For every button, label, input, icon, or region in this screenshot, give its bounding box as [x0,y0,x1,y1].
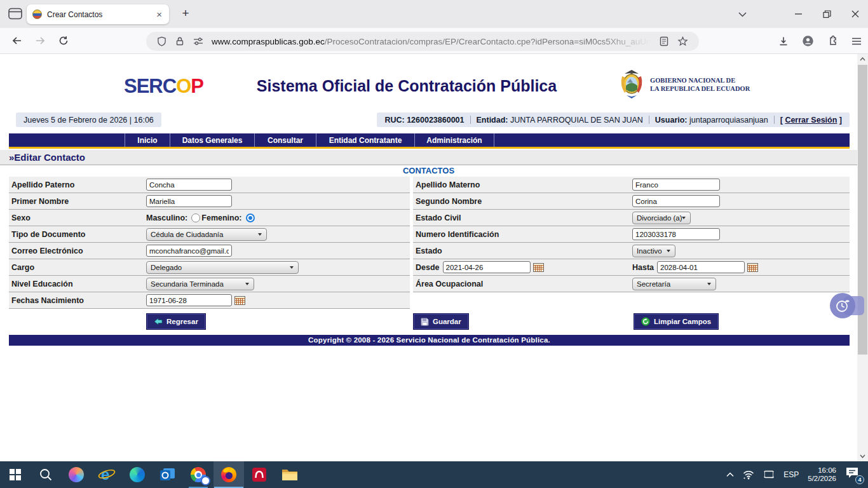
tab-close-icon[interactable]: × [155,9,163,20]
vertical-scrollbar[interactable] [857,54,868,461]
restore-button[interactable] [823,10,831,18]
cargo-select[interactable]: Delegado [146,261,299,274]
language-indicator[interactable]: ESP [783,470,799,479]
site-favicon [32,10,42,19]
hasta-calendar-icon[interactable] [747,263,758,272]
guardar-button[interactable]: Guardar [413,313,469,330]
svg-text:e: e [101,466,109,483]
nav-administracion[interactable]: Administración [414,133,494,147]
logout-link[interactable]: [ Cerrar Sesión ] [780,116,842,125]
shield-icon[interactable] [157,36,166,46]
internet-explorer-icon[interactable]: e [92,461,122,488]
correo-label: Correo Electrónico [9,247,146,255]
tipo-documento-label: Tipo de Documento [9,230,146,239]
back-arrow-icon [154,318,163,325]
forward-button[interactable] [35,36,46,46]
firefox-icon[interactable] [214,461,244,488]
desde-label: Desde [413,263,440,272]
desde-input[interactable] [443,261,531,273]
estado-civil-select[interactable]: Divorciado (a) [632,212,691,224]
nacimiento-calendar-icon[interactable] [234,296,245,305]
menu-hamburger-icon[interactable] [851,37,862,46]
scroll-down-arrow[interactable] [857,451,868,461]
hasta-input[interactable] [657,261,745,273]
copilot-icon[interactable] [61,461,92,488]
nav-datos-generales[interactable]: Datos Generales [170,133,254,147]
estado-select[interactable]: Inactivo [632,245,675,257]
apellido-paterno-label: Apellido Paterno [9,180,146,189]
search-button[interactable] [31,461,61,488]
tab-title: Crear Contactos [47,10,155,19]
usuario-label: Usuario: [655,116,688,125]
downloads-icon[interactable] [778,36,789,46]
sexo-label: Sexo [9,214,146,222]
tray-expand-chevron[interactable] [726,472,734,477]
main-navigation: Inicio Datos Generales Consultar Entidad… [9,133,850,147]
numero-identificacion-label: Numero Identificación [413,230,632,239]
floating-timer-widget[interactable] [830,293,855,318]
nav-consultar[interactable]: Consultar [254,133,316,147]
nivel-educacion-label: Nivel Educación [9,280,146,288]
new-tab-button[interactable]: + [178,6,193,20]
section-title: CONTACTOS [0,166,857,177]
file-explorer-icon[interactable] [275,461,305,488]
masculino-label: Masculino: [146,214,187,222]
lock-icon[interactable] [175,36,184,46]
browser-titlebar: Crear Contactos × + [0,0,868,28]
radio-femenino[interactable] [246,214,255,222]
usuario-value: juntaparroquiasanjuan [689,116,768,125]
close-button[interactable] [851,10,859,18]
account-icon[interactable] [802,35,814,47]
session-info-bar: Jueves 5 de Febrero de 2026 | 16:06 RUC:… [0,112,857,128]
nivel-educacion-select[interactable]: Secundaria Terminada [146,278,254,290]
apellido-materno-input[interactable] [632,179,720,191]
permissions-icon[interactable] [193,37,203,46]
numero-identificacion-input[interactable] [632,228,720,240]
display-connect-icon[interactable] [763,470,775,479]
minimize-button[interactable] [795,10,803,18]
government-logo: GOBIERNO NACIONAL DELA REPUBLICA DEL ECU… [618,69,750,100]
apellido-materno-label: Apellido Materno [413,180,632,189]
edge-icon[interactable] [122,461,153,488]
taskbar-clock[interactable]: 16:065/2/2026 [808,466,836,483]
reload-button[interactable] [58,36,69,46]
regresar-button[interactable]: Regresar [146,313,206,330]
notification-badge: 4 [855,475,864,484]
nav-inicio[interactable]: Inicio [125,133,170,147]
chrome-profile-badge [201,476,210,485]
primer-nombre-input[interactable] [146,195,232,207]
extensions-icon[interactable] [827,36,838,46]
desde-calendar-icon[interactable] [533,263,544,272]
nav-entidad-contratante[interactable]: Entidad Contratante [316,133,414,147]
fechas-nacimiento-input[interactable] [146,294,232,306]
area-ocupacional-label: Área Ocupacional [413,280,632,288]
segundo-nombre-label: Segundo Nombre [413,197,632,206]
gold-divider [9,147,850,149]
correo-input[interactable] [146,245,232,257]
bookmark-star-icon[interactable] [677,36,688,46]
hasta-label: Hasta [632,263,654,272]
tab-crear-contactos[interactable]: Crear Contactos × [27,4,169,24]
chrome-icon[interactable] [183,461,214,488]
radio-masculino[interactable] [191,214,200,222]
firefox-view-icon[interactable] [8,8,22,20]
url-text[interactable]: www.compraspublicas.gob.ec/ProcesoContra… [212,37,655,46]
reader-view-icon[interactable] [660,36,668,46]
tipo-documento-select[interactable]: Cédula de Ciudadanía [146,228,267,241]
back-button[interactable] [11,36,22,46]
list-all-tabs-icon[interactable] [738,11,747,17]
notification-center-icon[interactable]: 4 [845,466,862,483]
outlook-icon[interactable] [153,461,183,488]
estado-label: Estado [413,247,632,255]
acrobat-icon[interactable] [244,461,275,488]
limpiar-campos-button[interactable]: Limpiar Campos [634,313,719,330]
apellido-paterno-input[interactable] [146,179,232,191]
scroll-up-arrow[interactable] [857,54,868,64]
ruc-label: RUC: [384,116,404,125]
area-ocupacional-select[interactable]: Secretaría [632,278,716,290]
segundo-nombre-input[interactable] [632,195,720,207]
url-bar[interactable]: www.compraspublicas.gob.ec/ProcesoContra… [146,32,699,51]
datetime-pill: Jueves 5 de Febrero de 2026 | 16:06 [16,112,161,127]
wifi-icon[interactable] [743,470,754,480]
start-button[interactable] [0,461,31,488]
